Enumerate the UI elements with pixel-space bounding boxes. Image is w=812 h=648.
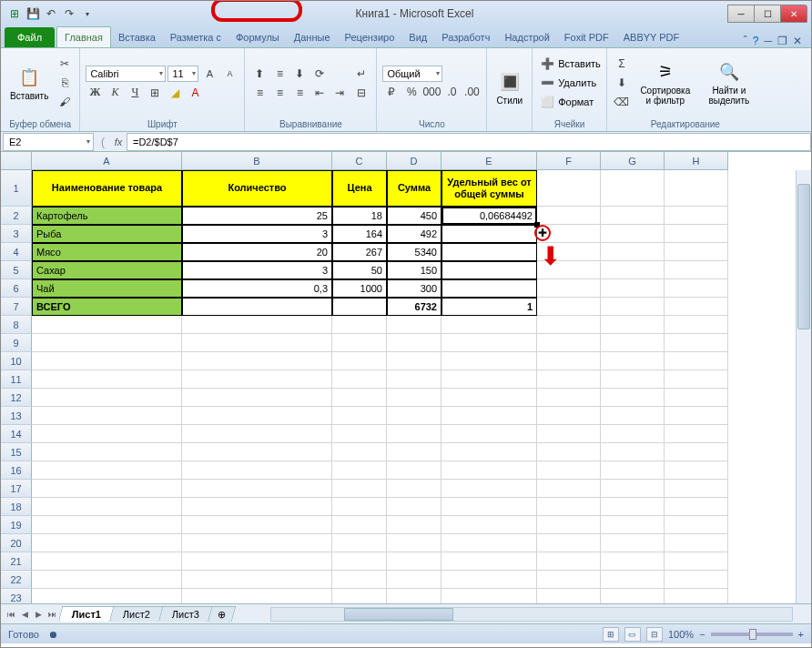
row-header-10[interactable]: 10 <box>1 352 32 370</box>
cell[interactable] <box>601 243 665 261</box>
zoom-thumb[interactable] <box>749 629 756 640</box>
cell[interactable] <box>332 534 387 552</box>
cell[interactable]: 0,3 <box>182 279 332 298</box>
minimize-ribbon-icon[interactable]: ˆ <box>744 35 747 47</box>
cell[interactable] <box>537 225 601 243</box>
column-header-B[interactable]: B <box>182 152 332 170</box>
cell[interactable] <box>442 589 537 603</box>
column-header-D[interactable]: D <box>387 152 442 170</box>
row-header-4[interactable]: 4 <box>1 243 32 261</box>
cell[interactable] <box>601 516 665 534</box>
hscroll-thumb[interactable] <box>344 608 453 621</box>
cell[interactable] <box>332 480 387 498</box>
number-format-combo[interactable]: Общий <box>382 66 442 82</box>
align-bottom-icon[interactable]: ⬇ <box>290 65 309 83</box>
cell[interactable] <box>665 170 728 207</box>
tab-developer[interactable]: Разработч <box>434 27 497 47</box>
cell[interactable]: 50 <box>332 261 387 279</box>
cell[interactable] <box>442 243 537 261</box>
cell[interactable] <box>32 407 182 425</box>
cell[interactable] <box>665 352 728 370</box>
cell[interactable]: Наименование товара <box>32 170 182 207</box>
zoom-slider[interactable] <box>711 633 793 636</box>
column-header-G[interactable]: G <box>601 152 665 170</box>
new-sheet-button[interactable]: ⊕ <box>208 606 237 623</box>
cell[interactable] <box>332 407 387 425</box>
align-top-icon[interactable]: ⬆ <box>250 65 269 83</box>
page-layout-view-icon[interactable]: ▭ <box>624 627 641 642</box>
increase-decimal-icon[interactable]: .0 <box>442 83 461 101</box>
percent-icon[interactable]: % <box>402 83 421 101</box>
format-painter-icon[interactable]: 🖌 <box>56 93 74 111</box>
underline-button[interactable]: Ч <box>126 84 144 102</box>
cell[interactable] <box>601 498 665 516</box>
cell[interactable]: Сахар <box>32 261 182 279</box>
cell[interactable] <box>537 316 601 334</box>
cell[interactable] <box>332 298 387 316</box>
cell[interactable] <box>442 425 537 443</box>
cell[interactable] <box>182 534 332 552</box>
cell[interactable] <box>537 389 601 407</box>
cell[interactable] <box>182 498 332 516</box>
cell[interactable] <box>601 261 665 279</box>
cell[interactable] <box>601 298 665 316</box>
cell[interactable] <box>32 498 182 516</box>
fill-handle[interactable] <box>534 222 540 228</box>
cell[interactable] <box>537 352 601 370</box>
row-header-5[interactable]: 5 <box>1 261 32 279</box>
cell[interactable] <box>665 407 728 425</box>
cell[interactable]: Сумма <box>387 170 442 207</box>
cell[interactable] <box>665 298 728 316</box>
cell[interactable]: 1 <box>442 298 537 316</box>
scrollbar-thumb[interactable] <box>797 184 810 329</box>
cell[interactable] <box>537 170 601 207</box>
indent-decrease-icon[interactable]: ⇤ <box>310 84 329 102</box>
decrease-decimal-icon[interactable]: .00 <box>462 83 481 101</box>
find-select-button[interactable]: 🔍 Найти и выделить <box>700 58 758 107</box>
cell[interactable]: 3 <box>182 261 332 279</box>
cell[interactable] <box>442 498 537 516</box>
page-break-view-icon[interactable]: ⊟ <box>646 627 663 642</box>
last-sheet-icon[interactable]: ⏭ <box>46 610 58 619</box>
tab-review[interactable]: Рецензиро <box>338 27 402 47</box>
cell[interactable] <box>32 334 182 352</box>
autosum-icon[interactable]: Σ <box>613 55 631 73</box>
cell[interactable] <box>442 389 537 407</box>
font-size-combo[interactable]: 11 <box>167 66 198 82</box>
vertical-scrollbar[interactable] <box>796 170 811 603</box>
format-cells-button[interactable]: ⬜Формат <box>538 93 601 111</box>
tab-layout[interactable]: Разметка с <box>163 27 228 47</box>
row-header-13[interactable]: 13 <box>1 407 32 425</box>
cell[interactable] <box>665 370 728 389</box>
cell[interactable] <box>537 279 601 298</box>
align-center-icon[interactable]: ≡ <box>270 84 289 102</box>
tab-addins[interactable]: Надстрой <box>497 27 556 47</box>
sheet-tab-1[interactable]: Лист1 <box>58 606 116 622</box>
cell[interactable] <box>182 552 332 571</box>
cell[interactable] <box>32 425 182 443</box>
cell[interactable] <box>182 461 332 480</box>
cell[interactable]: 25 <box>182 207 332 225</box>
cell[interactable] <box>537 425 601 443</box>
cell[interactable] <box>182 516 332 534</box>
cell[interactable] <box>665 516 728 534</box>
cell[interactable] <box>442 480 537 498</box>
cell[interactable] <box>442 279 537 298</box>
cell[interactable] <box>537 571 601 589</box>
cell[interactable] <box>537 370 601 389</box>
fill-color-icon[interactable]: ◢ <box>166 84 184 102</box>
column-header-E[interactable]: E <box>442 152 537 170</box>
first-sheet-icon[interactable]: ⏮ <box>5 610 17 619</box>
cell[interactable] <box>32 352 182 370</box>
row-header-23[interactable]: 23 <box>1 589 32 603</box>
tab-view[interactable]: Вид <box>401 27 434 47</box>
cell[interactable] <box>665 389 728 407</box>
macro-record-icon[interactable]: ⏺ <box>48 629 58 640</box>
zoom-in-icon[interactable]: + <box>798 629 804 640</box>
qat-dropdown-icon[interactable]: ▾ <box>79 5 96 22</box>
cell[interactable]: 20 <box>182 243 332 261</box>
grow-font-icon[interactable]: A <box>200 65 218 83</box>
cell[interactable] <box>665 425 728 443</box>
cell[interactable] <box>601 316 665 334</box>
row-header-8[interactable]: 8 <box>1 316 32 334</box>
